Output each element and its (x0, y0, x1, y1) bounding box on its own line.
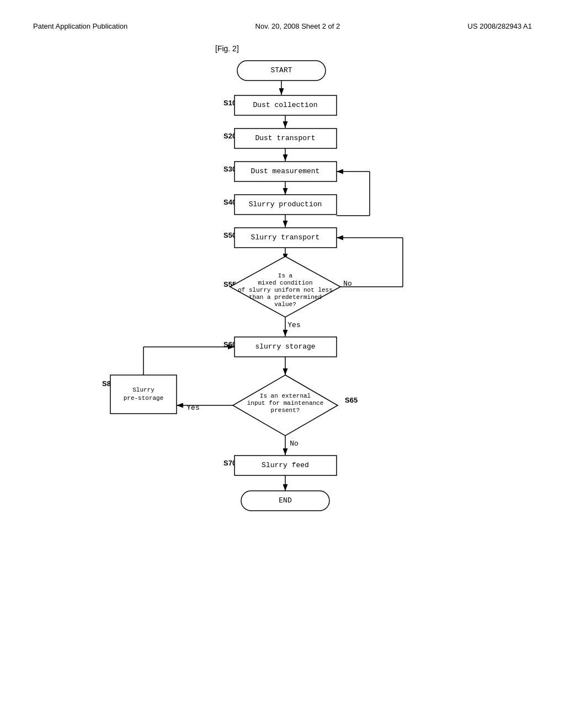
s65-text2: input for maintenance (247, 400, 324, 406)
s55-text5: value? (274, 301, 296, 308)
s10-text: Dust collection (253, 101, 317, 109)
s55-text3: of slurry uniform not less (238, 287, 333, 293)
s30-text: Dust measurement (251, 167, 320, 175)
header-left: Patent Application Publication (33, 22, 127, 30)
end-label: END (279, 496, 292, 505)
start-label: START (270, 66, 292, 74)
s65-no-label: No (290, 440, 299, 448)
s65-step: S65 (345, 396, 358, 404)
s55-text1: Is a (278, 272, 293, 279)
s55-yes-label: Yes (287, 321, 300, 329)
header-right: US 2008/282943 A1 (468, 22, 532, 30)
s40-text: Slurry production (249, 200, 322, 208)
s60-text: slurry storage (255, 342, 315, 351)
page: Patent Application Publication Nov. 20, … (0, 0, 565, 728)
s55-text2: mixed condition (258, 280, 312, 286)
s65-text3: present? (271, 407, 300, 414)
s55-text4: than a predetermined (249, 294, 322, 301)
s80-text1: Slurry (132, 387, 154, 393)
s65-text1: Is an external (260, 393, 311, 399)
page-header: Patent Application Publication Nov. 20, … (33, 22, 532, 30)
s50-text: Slurry transport (251, 233, 320, 242)
header-center: Nov. 20, 2008 Sheet 2 of 2 (255, 22, 340, 30)
figure-label: [Fig. 2] (215, 44, 239, 53)
s20-text: Dust transport (255, 134, 315, 142)
flowchart-diagram: START S10 Dust collection S20 Dust trans… (55, 55, 508, 662)
s70-text: Slurry feed (262, 461, 309, 469)
s80-text2: pre-storage (124, 395, 164, 402)
